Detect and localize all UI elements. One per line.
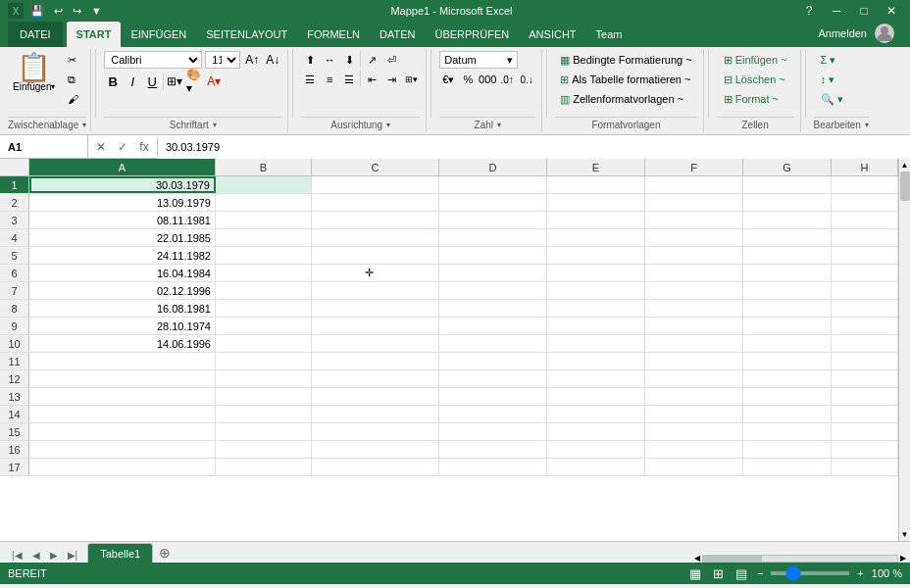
cell-H5[interactable] <box>832 247 898 264</box>
cell-E1[interactable] <box>547 176 645 193</box>
cell-A10[interactable]: 14.06.1996 <box>29 335 216 352</box>
cell-reference-box[interactable]: A1 <box>0 135 88 159</box>
col-header-A[interactable]: A <box>29 159 216 175</box>
tab-formeln[interactable]: FORMELN <box>297 22 370 47</box>
cell-D6[interactable] <box>439 265 547 281</box>
cell-B14[interactable] <box>216 406 312 422</box>
cell-A8[interactable]: 16.08.1981 <box>29 300 216 317</box>
cell-F12[interactable] <box>645 370 743 387</box>
cell-H1[interactable] <box>832 176 898 193</box>
cell-E16[interactable] <box>547 441 645 458</box>
zoom-plus-icon[interactable]: + <box>857 567 863 579</box>
anmelden-link[interactable]: Anmelden <box>818 27 867 39</box>
cell-G15[interactable] <box>743 423 832 440</box>
cell-B11[interactable] <box>216 353 312 369</box>
cell-A5[interactable]: 24.11.1982 <box>29 247 216 264</box>
cell-H7[interactable] <box>832 282 898 299</box>
row-num-11[interactable]: 11 <box>0 353 29 369</box>
cell-F4[interactable] <box>645 229 743 246</box>
font-color-btn[interactable]: A▾ <box>205 73 223 90</box>
cell-A6[interactable]: 16.04.1984 <box>29 265 216 281</box>
cell-A2[interactable]: 13.09.1979 <box>29 194 216 211</box>
tab-start[interactable]: START <box>67 22 122 47</box>
cell-C17[interactable] <box>312 459 439 475</box>
cell-H15[interactable] <box>832 423 898 440</box>
row-num-10[interactable]: 10 <box>0 335 29 352</box>
row-num-13[interactable]: 13 <box>0 388 29 405</box>
cell-G14[interactable] <box>743 406 832 422</box>
font-family-select[interactable]: Calibri <box>104 51 202 69</box>
underline-btn[interactable]: U <box>143 73 161 90</box>
wrap-text-btn[interactable]: ⏎ <box>382 51 400 69</box>
cell-C9[interactable] <box>312 318 439 334</box>
cell-G6[interactable] <box>743 265 832 281</box>
cell-A15[interactable] <box>29 423 216 440</box>
cell-G5[interactable] <box>743 247 832 264</box>
cell-D1[interactable] <box>439 176 547 193</box>
sheet-tab-tabelle1[interactable]: Tabelle1 <box>87 543 153 563</box>
font-shrink-btn[interactable]: A↓ <box>264 51 281 69</box>
cell-E6[interactable] <box>547 265 645 281</box>
confirm-formula-btn[interactable]: ✓ <box>114 138 131 156</box>
zoom-label[interactable]: 100 % <box>872 567 902 579</box>
align-center-btn[interactable]: ≡ <box>321 71 338 88</box>
row-num-1[interactable]: 1 <box>0 176 29 193</box>
italic-btn[interactable]: I <box>124 73 141 90</box>
cell-D5[interactable] <box>439 247 547 264</box>
cell-C8[interactable] <box>312 300 439 317</box>
cell-E12[interactable] <box>547 370 645 387</box>
bold-btn[interactable]: B <box>104 73 122 90</box>
align-left-btn[interactable]: ☰ <box>301 71 319 88</box>
cell-G1[interactable] <box>743 176 832 193</box>
cell-F13[interactable] <box>645 388 743 405</box>
cell-B7[interactable] <box>216 282 312 299</box>
cell-B10[interactable] <box>216 335 312 352</box>
paste-btn[interactable]: 📋 Einfügen▾ <box>8 51 60 95</box>
copy-btn[interactable]: ⧉ <box>62 71 84 88</box>
einfuegen-btn[interactable]: ⊞ Einfügen ~ <box>717 51 794 69</box>
tab-seitenlayout[interactable]: SEITENLAYOUT <box>196 22 297 47</box>
col-header-F[interactable]: F <box>645 159 743 175</box>
decrease-indent-btn[interactable]: ⇤ <box>363 71 380 88</box>
cell-F14[interactable] <box>645 406 743 422</box>
cell-A13[interactable] <box>29 388 216 405</box>
cell-D2[interactable] <box>439 194 547 211</box>
cell-F9[interactable] <box>645 318 743 334</box>
cell-G13[interactable] <box>743 388 832 405</box>
page-break-icon[interactable]: ▤ <box>733 566 749 581</box>
font-grow-btn[interactable]: A↑ <box>243 51 261 69</box>
cell-C16[interactable] <box>312 441 439 458</box>
cell-E9[interactable] <box>547 318 645 334</box>
sheet-nav-next[interactable]: ▶ <box>46 548 62 563</box>
cell-C7[interactable] <box>312 282 439 299</box>
cell-E15[interactable] <box>547 423 645 440</box>
row-num-14[interactable]: 14 <box>0 406 29 422</box>
cell-G12[interactable] <box>743 370 832 387</box>
cell-H17[interactable] <box>832 459 898 475</box>
cell-B9[interactable] <box>216 318 312 334</box>
cell-D16[interactable] <box>439 441 547 458</box>
cell-E11[interactable] <box>547 353 645 369</box>
bearbeiten-label[interactable]: Bearbeiten ▾ <box>814 117 869 130</box>
cell-D17[interactable] <box>439 459 547 475</box>
cell-G11[interactable] <box>743 353 832 369</box>
cell-G16[interactable] <box>743 441 832 458</box>
cell-C10[interactable] <box>312 335 439 352</box>
scroll-up-btn[interactable]: ▲ <box>899 159 910 172</box>
row-num-8[interactable]: 8 <box>0 300 29 317</box>
cell-B13[interactable] <box>216 388 312 405</box>
cell-A7[interactable]: 02.12.1996 <box>29 282 216 299</box>
sigma-btn[interactable]: Σ ▾ <box>814 51 843 69</box>
decrease-decimal-btn[interactable]: 0.↓ <box>518 71 535 88</box>
row-num-17[interactable]: 17 <box>0 459 29 475</box>
cell-B2[interactable] <box>216 194 312 211</box>
loeschen-btn[interactable]: ⊟ Löschen ~ <box>717 71 792 88</box>
zoom-slider[interactable] <box>771 571 849 575</box>
cell-B12[interactable] <box>216 370 312 387</box>
cell-C12[interactable] <box>312 370 439 387</box>
hscroll-right-btn[interactable]: ▶ <box>900 554 906 563</box>
close-btn[interactable]: ✕ <box>881 0 902 22</box>
text-direction-btn[interactable]: ↗ <box>363 51 380 69</box>
cell-E17[interactable] <box>547 459 645 475</box>
cell-F7[interactable] <box>645 282 743 299</box>
